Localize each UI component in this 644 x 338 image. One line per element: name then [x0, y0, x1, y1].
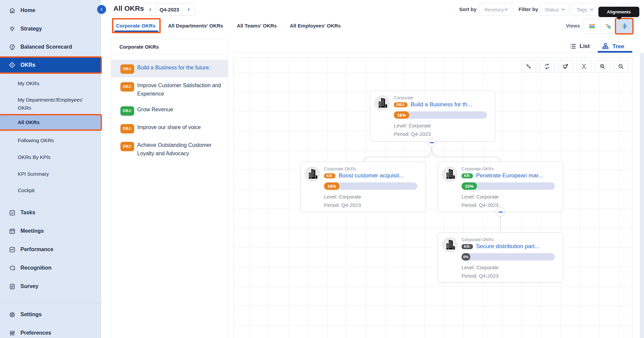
period-value[interactable]: Q4-2023 [157, 3, 182, 15]
sidebar-item-label: Home [20, 6, 35, 14]
sidebar-item-survey[interactable]: Survey [0, 281, 101, 292]
tree-icon [601, 43, 609, 51]
objective-text: Achieve Outstanding Customer Loyalty and… [137, 141, 222, 158]
node-title-link[interactable]: Secure distribution part... [476, 243, 539, 250]
recognition-icon [8, 264, 16, 272]
alignments-view-icon [621, 22, 628, 30]
refresh-layout-button[interactable] [539, 60, 555, 73]
view-list-button[interactable] [584, 19, 600, 33]
sidebar-item-following-okrs[interactable]: Following OKRs [0, 135, 101, 146]
obj-badge: OBJ: [394, 102, 408, 107]
sidebar-item-my-departments-employees-okrs[interactable]: My Departments'/Employees' OKRs [0, 95, 101, 113]
period-prev-button[interactable] [144, 3, 157, 15]
objective-list-item[interactable]: OBJ: Build a Business for the future. [111, 60, 228, 77]
tree-view-toggle[interactable]: Tree [601, 43, 624, 51]
chevron-left-icon [148, 7, 153, 12]
collapse-node-button[interactable] [427, 138, 436, 147]
tab-corporate-okrs[interactable]: Corporate OKRs [116, 23, 156, 29]
objective-list-item[interactable]: OBJ: Improve our share of voice [111, 119, 228, 137]
sidebar-item-home[interactable]: Home [0, 5, 101, 16]
view-hierarchy-button[interactable] [600, 19, 616, 33]
objective-list-item[interactable]: OBJ: Grow Revenue [111, 102, 228, 119]
preferences-sliders-icon [8, 329, 16, 337]
node-group-label: Corporate OKRs [324, 166, 421, 172]
tab-all-teams-okrs[interactable]: All Teams' OKRs [237, 23, 277, 29]
progress-track: 16% [324, 182, 417, 190]
sidebar-item-preferences[interactable]: Preferences [0, 327, 101, 338]
objective-list-item[interactable]: OBJ: Improve Customer Satisfaction and E… [111, 77, 228, 102]
monitor-arrow-icon [562, 63, 569, 70]
views-label: Views [566, 23, 580, 29]
sidebar-item-kpi-summary[interactable]: KPI Summary [0, 168, 101, 180]
node-period: Period: Q4-2023 [324, 201, 421, 209]
sort-select[interactable]: Recency [479, 3, 512, 16]
fullscreen-export-button[interactable] [558, 60, 573, 73]
obj-badge: OBJ: [120, 124, 134, 133]
tags-filter-select[interactable]: Tags [572, 3, 598, 16]
node-level: Level: Corporate [462, 263, 559, 272]
hierarchy-view-icon [605, 22, 612, 30]
list-view-toggle[interactable]: List [569, 43, 590, 50]
alignment-tree-canvas[interactable]: Corporate OBJ: Build a Business for th..… [233, 57, 632, 338]
chevron-down-icon [589, 7, 594, 12]
sort-by-label: Sort by [459, 6, 477, 12]
collapse-all-button[interactable] [576, 60, 592, 73]
home-icon [8, 7, 16, 14]
sidebar-item-okrs-by-kpis[interactable]: OKRs By KPIs [0, 152, 101, 163]
sidebar-item-label: Balanced Scorecard [20, 43, 72, 51]
sidebar-item-settings[interactable]: Settings [0, 309, 101, 320]
sidebar-item-performance[interactable]: Performance [0, 244, 101, 255]
performance-icon [8, 246, 16, 253]
sidebar-item-meetings[interactable]: Meetings [0, 225, 101, 237]
sidebar-item-all-okrs[interactable]: All OKRs [0, 115, 101, 129]
zoom-out-icon [618, 63, 624, 70]
list-view-icon [588, 22, 596, 30]
okr-node-secure-distribution[interactable]: Corporate OKRs KR: Secure distribution p… [438, 232, 563, 283]
status-filter-value: Status [545, 7, 559, 12]
views-control [584, 19, 633, 34]
node-title-link[interactable]: Boost customer acquisit... [338, 172, 404, 179]
status-filter-select[interactable]: Status [540, 3, 569, 16]
objective-text: Improve our share of voice [137, 123, 201, 131]
sidebar-item-label: My Departments'/Employees' OKRs [18, 96, 97, 112]
sidebar-item-label: Following OKRs [18, 136, 54, 145]
node-group-label: Corporate OKRs [462, 166, 559, 172]
sidebar-item-tasks[interactable]: Tasks [0, 207, 101, 218]
node-level: Level: Corporate [462, 192, 559, 201]
okr-node-penetrate-european[interactable]: Corporate OKRs KR: Penetrate European ma… [438, 162, 563, 212]
okr-node-boost-customer[interactable]: Corporate OKRs KR: Boost customer acquis… [300, 162, 426, 212]
sidebar-item-strategy[interactable]: Strategy [0, 23, 101, 35]
fit-to-screen-button[interactable] [521, 60, 536, 73]
sidebar-item-recognition[interactable]: Recognition [0, 262, 101, 274]
objective-list-item[interactable]: OBJ: Achieve Outstanding Customer Loyalt… [111, 137, 228, 161]
progress-track: 0% [462, 253, 555, 261]
tab-all-departments-okrs[interactable]: All Departments' OKRs [168, 23, 223, 29]
period-stepper: Q4-2023 [144, 3, 195, 16]
sidebar-item-cockpit[interactable]: Cockpit [0, 185, 101, 196]
sidebar-item-label: OKRs By KPIs [18, 153, 51, 161]
node-title-link[interactable]: Penetrate European mar... [476, 172, 543, 179]
okr-node-root-objective[interactable]: Corporate OBJ: Build a Business for th..… [370, 91, 495, 142]
collapse-node-button[interactable] [496, 207, 505, 217]
progress-value: 16% [394, 111, 409, 119]
sidebar-item-label: OKRs [20, 61, 35, 69]
tab-all-employees-okrs[interactable]: All Employees' OKRs [290, 23, 341, 29]
meetings-icon [8, 227, 16, 235]
progress-value: 16% [324, 182, 339, 190]
minus-icon [498, 212, 503, 213]
right-panel-strip [640, 53, 644, 338]
zoom-out-button[interactable] [613, 60, 629, 73]
node-title-link[interactable]: Build a Business for th... [411, 101, 472, 108]
obj-badge: OBJ: [120, 64, 134, 74]
zoom-in-button[interactable] [595, 60, 610, 73]
progress-track: 16% [394, 111, 487, 119]
chevron-down-icon [504, 7, 508, 12]
collapse-sidebar-button[interactable] [97, 5, 106, 14]
sidebar-item-okrs[interactable]: OKRs [0, 58, 101, 72]
alignments-tooltip: Alignments [598, 7, 639, 17]
period-next-button[interactable] [182, 3, 195, 15]
sidebar-item-balanced-scorecard[interactable]: Balanced Scorecard [0, 41, 101, 53]
chevron-left-icon [100, 7, 104, 11]
node-level: Level: Corporate [394, 121, 491, 130]
sidebar-item-my-okrs[interactable]: My OKRs [0, 78, 101, 89]
